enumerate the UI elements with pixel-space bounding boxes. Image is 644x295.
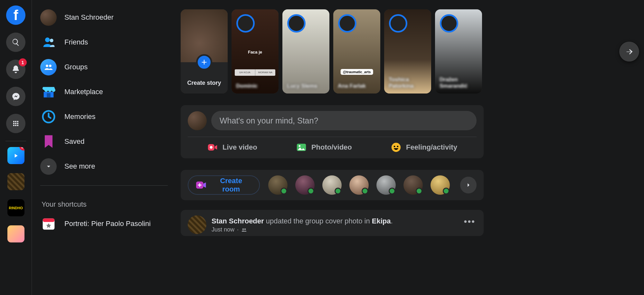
friends-icon (40, 34, 57, 51)
post-author[interactable]: Stan Schroeder (212, 217, 264, 225)
sidebar-saved[interactable]: Saved (40, 132, 168, 151)
sidebar-saved-label: Saved (64, 137, 84, 146)
svg-point-16 (242, 228, 244, 230)
rooms-card: Create room (181, 170, 484, 200)
chevron-down-icon (40, 158, 57, 175)
create-room-button[interactable]: Create room (188, 175, 260, 195)
rooms-list (268, 175, 450, 195)
feed-post: Stan Schroeder updated the group cover p… (181, 210, 484, 236)
stories-next-button[interactable] (619, 42, 639, 62)
story-card[interactable]: @traumatic_arts Ana Farlak (333, 9, 380, 93)
members-icon (241, 227, 247, 233)
memories-icon (40, 109, 57, 125)
notifications-button[interactable]: 1 (6, 60, 25, 79)
story-avatar (338, 14, 356, 33)
room-avatar[interactable] (376, 175, 396, 195)
create-room-label: Create room (211, 177, 251, 193)
story-caption: @traumatic_arts (341, 69, 373, 75)
story-card[interactable]: Faca je UH KOJAMORAM NA Dominic (232, 9, 279, 93)
composer-placeholder: What's on your mind, Stan? (220, 116, 318, 125)
post-avatar[interactable] (188, 215, 206, 234)
calendar-icon (40, 216, 57, 232)
messenger-icon (12, 92, 20, 101)
sidebar-memories-label: Memories (64, 113, 96, 121)
sidebar-friends[interactable]: Friends (40, 33, 168, 52)
saved-icon (40, 133, 57, 150)
messenger-button[interactable] (6, 87, 25, 106)
svg-rect-7 (43, 219, 54, 222)
stories-row: + Create story Faca je UH KOJAMORAM NA D… (181, 9, 644, 93)
feeling-button[interactable]: Feeling/activity (391, 142, 457, 153)
room-avatar[interactable] (268, 175, 288, 195)
profile-name: Stan Schroeder (64, 13, 114, 22)
bell-icon (11, 65, 20, 74)
play-icon (13, 152, 19, 159)
story-user: Ana Farlak (338, 83, 376, 89)
create-story-card[interactable]: + Create story (181, 9, 228, 93)
svg-point-9 (210, 146, 213, 149)
shortcut-item[interactable]: Portreti: Pier Paolo Pasolini (40, 214, 168, 233)
photo-video-label: Photo/video (311, 143, 352, 152)
rail-shortcut-grindho[interactable]: RINDHO (7, 199, 24, 216)
story-user: Dominic (236, 83, 274, 89)
photo-video-button[interactable]: Photo/video (296, 142, 352, 153)
story-avatar (389, 14, 407, 33)
shortcuts-header: Your shortcuts (40, 200, 168, 209)
post-action-text: updated the group cover photo in (266, 217, 370, 225)
story-card[interactable]: Toshica Patorkina (384, 9, 431, 93)
apps-button[interactable] (6, 114, 25, 133)
rooms-next-button[interactable] (460, 177, 477, 193)
sidebar-see-more[interactable]: See more (40, 157, 168, 176)
room-avatar[interactable] (295, 175, 315, 195)
svg-rect-4 (47, 93, 51, 97)
notifications-badge: 1 (19, 58, 27, 66)
icon-rail: f 1 9+ RINDHO (0, 0, 32, 295)
room-avatar[interactable] (431, 175, 450, 195)
room-avatar[interactable] (403, 175, 423, 195)
story-avatar (440, 14, 458, 33)
story-user: Dražen Smarandić (440, 76, 478, 89)
watch-shortcut[interactable]: 9+ (7, 147, 24, 164)
plus-icon: + (196, 54, 212, 70)
story-card[interactable]: Dražen Smarandić (435, 9, 482, 93)
sidebar-groups-label: Groups (64, 63, 88, 71)
story-user: Toshica Patorkina (389, 76, 427, 89)
room-avatar[interactable] (349, 175, 369, 195)
sidebar-divider (40, 185, 168, 186)
svg-point-11 (298, 145, 300, 147)
room-camera-icon (196, 181, 207, 189)
sidebar-groups[interactable]: Groups (40, 57, 168, 77)
sidebar-see-more-label: See more (64, 162, 95, 171)
story-card[interactable]: Lucy Slems (282, 9, 329, 93)
composer-avatar[interactable] (188, 111, 207, 130)
watch-badge: 9+ (19, 147, 24, 151)
post-period: . (391, 217, 393, 225)
svg-point-2 (46, 65, 48, 67)
sidebar-profile[interactable]: Stan Schroeder (40, 8, 168, 27)
create-story-label: Create story (187, 80, 221, 86)
left-sidebar: Stan Schroeder Friends Groups Marketplac… (32, 0, 181, 295)
post-menu-button[interactable]: ••• (464, 216, 475, 227)
facebook-logo[interactable]: f (6, 5, 25, 25)
search-button[interactable] (6, 33, 25, 52)
feeling-label: Feeling/activity (406, 143, 457, 152)
story-avatar (236, 14, 255, 33)
post-group[interactable]: Ekipa (372, 217, 391, 225)
rail-shortcut-3[interactable] (7, 225, 24, 242)
feeling-icon (391, 142, 402, 153)
live-icon (207, 142, 218, 153)
rail-shortcut-grindho-label: RINDHO (9, 206, 23, 210)
sidebar-marketplace[interactable]: Marketplace (40, 82, 168, 102)
post-headline: Stan Schroeder updated the group cover p… (212, 216, 393, 226)
room-avatar[interactable] (322, 175, 342, 195)
post-time: Just now (212, 226, 234, 233)
svg-point-13 (394, 146, 395, 147)
sidebar-memories[interactable]: Memories (40, 107, 168, 126)
rail-shortcut-1[interactable] (7, 173, 24, 190)
grid-icon (12, 120, 20, 127)
svg-point-12 (392, 143, 401, 152)
svg-point-0 (45, 37, 50, 42)
composer-input[interactable]: What's on your mind, Stan? (211, 111, 477, 130)
svg-point-14 (397, 146, 399, 147)
live-video-button[interactable]: Live video (207, 142, 257, 153)
